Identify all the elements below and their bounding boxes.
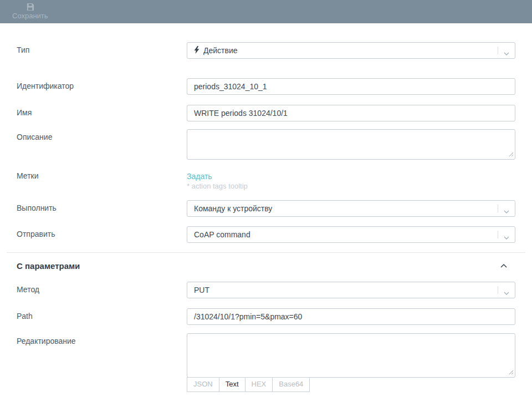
tags-row: Метки Задать * action tags tooltip xyxy=(17,170,515,190)
type-select[interactable]: Действие xyxy=(187,42,515,59)
tab-base64[interactable]: Base64 xyxy=(272,377,310,392)
select-divider xyxy=(498,286,498,294)
parameters-section-header: С параметрами xyxy=(17,261,515,271)
send-row: Отправить CoAP command xyxy=(17,226,515,243)
save-icon xyxy=(26,3,34,12)
method-select-value: PUT xyxy=(194,286,209,294)
resize-handle-icon[interactable] xyxy=(508,369,514,375)
path-label: Path xyxy=(17,308,187,325)
tags-label: Метки xyxy=(17,170,187,190)
path-row: Path xyxy=(17,308,515,325)
save-button[interactable]: Сохранить xyxy=(4,0,56,23)
execute-select[interactable]: Команду к устройству xyxy=(187,200,515,217)
lightning-icon xyxy=(194,46,200,55)
name-row: Имя xyxy=(17,105,515,121)
select-divider xyxy=(498,47,498,54)
save-button-label: Сохранить xyxy=(12,12,48,21)
execute-row: Выполнить Команду к устройству xyxy=(17,200,515,217)
chevron-up-icon xyxy=(500,262,508,270)
tab-hex[interactable]: HEX xyxy=(245,377,273,392)
method-row: Метод PUT xyxy=(17,282,515,298)
identifier-label: Идентификатор xyxy=(17,78,187,95)
chevron-down-icon xyxy=(503,49,510,58)
tab-json[interactable]: JSON xyxy=(187,377,219,392)
editing-label: Редактирование xyxy=(17,333,187,392)
description-textarea[interactable] xyxy=(187,129,515,160)
parameters-section-title: С параметрами xyxy=(17,261,80,271)
chevron-down-icon xyxy=(503,288,510,297)
execute-select-value: Команду к устройству xyxy=(194,204,272,213)
editing-row: Редактирование JSON Text HEX Base64 xyxy=(17,333,515,392)
top-toolbar: Сохранить xyxy=(0,0,532,23)
method-label: Метод xyxy=(17,282,187,298)
type-label: Тип xyxy=(17,42,187,59)
description-label: Описание xyxy=(17,129,187,160)
section-collapse-button[interactable] xyxy=(498,261,510,271)
resize-handle-icon[interactable] xyxy=(508,151,514,157)
type-select-value: Действие xyxy=(203,46,238,55)
select-divider xyxy=(498,205,498,212)
method-select[interactable]: PUT xyxy=(187,282,515,298)
tab-text[interactable]: Text xyxy=(219,377,245,392)
send-select[interactable]: CoAP command xyxy=(187,226,515,243)
select-divider xyxy=(498,231,498,238)
editor-format-tabs: JSON Text HEX Base64 xyxy=(187,377,515,392)
tags-set-link[interactable]: Задать xyxy=(187,170,212,181)
section-divider xyxy=(7,252,525,253)
identifier-row: Идентификатор xyxy=(17,78,515,95)
chevron-down-icon xyxy=(503,207,510,216)
execute-label: Выполнить xyxy=(17,200,187,217)
editing-textarea[interactable] xyxy=(187,333,515,378)
description-row: Описание xyxy=(17,129,515,160)
send-label: Отправить xyxy=(17,226,187,243)
type-row: Тип Действие xyxy=(17,42,515,59)
identifier-input[interactable] xyxy=(187,78,515,95)
path-input[interactable] xyxy=(187,308,515,325)
action-form: Тип Действие Идентификатор Имя xyxy=(0,23,532,392)
send-select-value: CoAP command xyxy=(194,230,250,239)
chevron-down-icon xyxy=(503,233,510,242)
name-input[interactable] xyxy=(187,105,515,121)
name-label: Имя xyxy=(17,105,187,121)
tags-tooltip: * action tags tooltip xyxy=(187,181,515,190)
